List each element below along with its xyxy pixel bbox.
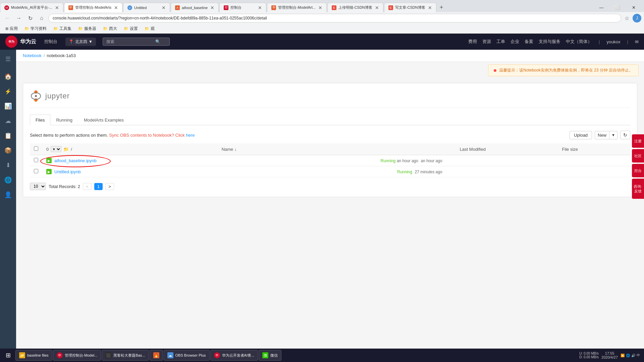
- taskbar-huawei-dev[interactable]: 华 华为云开发者AI青...: [210, 350, 258, 361]
- sidebar-home[interactable]: 🏠: [1, 70, 15, 83]
- bookmark-settings[interactable]: 📁 设置: [121, 25, 141, 32]
- close-button[interactable]: ✕: [626, 3, 641, 12]
- untitled-link[interactable]: Untitled.ipynb: [54, 169, 81, 174]
- tab-management[interactable]: 华 管理控制台-ModelArts ✕: [64, 3, 122, 12]
- taskbar-fire[interactable]: 🔥: [150, 350, 163, 361]
- row1-checkbox[interactable]: [34, 158, 38, 162]
- bookmark-tools[interactable]: 📁 工具集: [51, 25, 74, 32]
- hw-nav-mail[interactable]: ✉: [635, 39, 639, 44]
- tab-console[interactable]: 控 控制台 ✕: [219, 3, 266, 12]
- hw-logo-text: 华为云: [20, 38, 36, 45]
- here-link[interactable]: here: [186, 133, 195, 138]
- select-all-checkbox[interactable]: [34, 146, 38, 151]
- float-control[interactable]: 控台: [632, 164, 644, 177]
- taskbar-wechat[interactable]: 微 微信: [259, 350, 281, 361]
- tab-close-7[interactable]: ✕: [372, 5, 379, 10]
- sync-obs-link[interactable]: Sync OBS contents to Notebook? Click: [109, 133, 186, 138]
- tab-csdn2[interactable]: C 写文章-CSDN博客 ✕: [384, 3, 436, 12]
- maximize-button[interactable]: ⬜: [610, 3, 625, 12]
- tab-modelarts-examples[interactable]: ModelArts Examples: [78, 115, 129, 125]
- hw-nav-support[interactable]: 支持与服务: [539, 39, 560, 45]
- hw-nav-lang[interactable]: 中文（简体）: [566, 39, 592, 45]
- tab-close-2[interactable]: ✕: [111, 5, 118, 10]
- tab-label-1: ModelArts_AI开发平台-...: [11, 5, 52, 10]
- new-button[interactable]: New: [595, 131, 609, 139]
- hw-right-nav: 费用 资源 工单 企业 备案 支持与服务 中文（简体） | youkox | ✉: [468, 39, 639, 45]
- hw-logo[interactable]: 华为 华为云: [5, 36, 36, 48]
- sidebar-download[interactable]: ⬇: [1, 159, 15, 172]
- table-row: ▶ Untitled.ipynb Running 27 minutes ago: [30, 166, 630, 177]
- profile-button[interactable]: J: [633, 14, 641, 22]
- new-tab-button[interactable]: +: [437, 3, 446, 12]
- address-input[interactable]: [48, 14, 621, 22]
- hw-search-box[interactable]: 🔍: [103, 38, 170, 46]
- refresh-button[interactable]: ↻: [620, 131, 630, 139]
- float-feedback[interactable]: 咨询·反馈: [632, 179, 644, 199]
- name-header[interactable]: Name ↓: [218, 143, 456, 155]
- back-button[interactable]: ←: [3, 13, 12, 23]
- bookmark-observe[interactable]: 📁 观: [142, 25, 157, 32]
- taskbar-obs[interactable]: ☁ OBS Browser Plus: [164, 350, 210, 361]
- hw-nav-console[interactable]: 控制台: [43, 39, 59, 45]
- hw-nav-cost[interactable]: 费用: [468, 39, 477, 45]
- start-button[interactable]: ⊞: [1, 349, 15, 361]
- sidebar-user[interactable]: 👤: [1, 188, 15, 201]
- forward-button[interactable]: →: [14, 13, 23, 23]
- prev-page-button[interactable]: <: [83, 183, 92, 190]
- bookmark-xida[interactable]: 📁 西大: [100, 25, 120, 32]
- tab-label-6: 管理控制台-ModelArt...: [278, 5, 316, 10]
- tab-management2[interactable]: 华 管理控制台-ModelArt... ✕: [267, 3, 327, 12]
- hw-nav-enterprise[interactable]: 企业: [511, 39, 519, 45]
- bookmark-star[interactable]: ☆: [623, 15, 631, 21]
- row2-name-cell: ▶ Untitled.ipynb: [42, 166, 218, 177]
- tab-files[interactable]: Files: [30, 115, 50, 125]
- taskbar-management[interactable]: 华 管理控制台-Model...: [53, 350, 101, 361]
- hw-search-input[interactable]: [106, 39, 153, 44]
- float-community[interactable]: 社区: [632, 149, 644, 163]
- management-label: 管理控制台-Model...: [65, 353, 98, 358]
- aifood-baseline-link[interactable]: aifood_baseline.ipynb: [54, 158, 97, 163]
- taskbar-baseline-files[interactable]: 📁 baseline files: [15, 350, 52, 361]
- sidebar-notebook[interactable]: 📋: [1, 129, 15, 142]
- sidebar-lightning[interactable]: ⚡: [1, 85, 15, 98]
- taskbar-jupyter[interactable]: ⬛ 黑客松大赛题Bas...: [102, 350, 149, 361]
- tab-close-1[interactable]: ✕: [52, 5, 59, 10]
- baseline-files-label: baseline files: [27, 353, 49, 357]
- minimize-button[interactable]: —: [594, 3, 609, 12]
- tab-untitled[interactable]: U Untitled ✕: [123, 3, 170, 12]
- hw-region-selector[interactable]: 📍 北京四 ▼: [65, 38, 96, 46]
- new-dropdown-arrow[interactable]: ▼: [609, 131, 618, 139]
- tab-close-8[interactable]: ✕: [425, 5, 432, 10]
- hamburger-menu[interactable]: ☰: [1, 52, 15, 66]
- tab-aifood[interactable]: A aifood_baseline ✕: [171, 3, 219, 12]
- sidebar-cloud[interactable]: ☁: [1, 114, 15, 128]
- hw-nav-ticket[interactable]: 工单: [496, 39, 505, 45]
- hw-nav-icp[interactable]: 备案: [525, 39, 533, 45]
- home-button[interactable]: ⌂: [37, 13, 46, 23]
- tab-close-4[interactable]: ✕: [208, 5, 214, 10]
- hw-nav-user[interactable]: youkox: [606, 39, 620, 44]
- reload-button[interactable]: ↻: [25, 13, 35, 23]
- select-dropdown[interactable]: ▾: [51, 146, 61, 152]
- page-size-select[interactable]: 10 20 50: [30, 183, 46, 190]
- float-register[interactable]: 注册: [632, 134, 644, 148]
- tab-close-3[interactable]: ✕: [159, 5, 166, 10]
- sidebar-package[interactable]: 📦: [1, 144, 15, 157]
- tab-favicon-2: 华: [68, 5, 73, 10]
- row2-checkbox[interactable]: [34, 169, 38, 173]
- breadcrumb-parent[interactable]: Notebook: [23, 53, 42, 58]
- bookmark-apps[interactable]: ⊞ 应用: [3, 25, 20, 32]
- upload-button[interactable]: Upload: [570, 131, 592, 139]
- hw-nav-resource[interactable]: 资源: [482, 39, 491, 45]
- next-page-button[interactable]: >: [105, 183, 114, 190]
- current-page-button[interactable]: 1: [94, 183, 103, 190]
- sidebar-globe[interactable]: 🌐: [1, 173, 15, 187]
- sidebar-analytics[interactable]: 📊: [1, 99, 15, 113]
- tab-modelarts-ai[interactable]: M ModelArts_AI开发平台-... ✕: [0, 3, 63, 12]
- tab-close-5[interactable]: ✕: [255, 5, 262, 10]
- bookmark-servers[interactable]: 📁 服务器: [75, 25, 99, 32]
- tab-running[interactable]: Running: [50, 115, 78, 125]
- bookmark-study[interactable]: 📁 学习资料: [22, 25, 49, 32]
- tab-close-6[interactable]: ✕: [316, 5, 322, 10]
- tab-csdn1[interactable]: C 上传明细-CSDN博客 ✕: [327, 3, 383, 12]
